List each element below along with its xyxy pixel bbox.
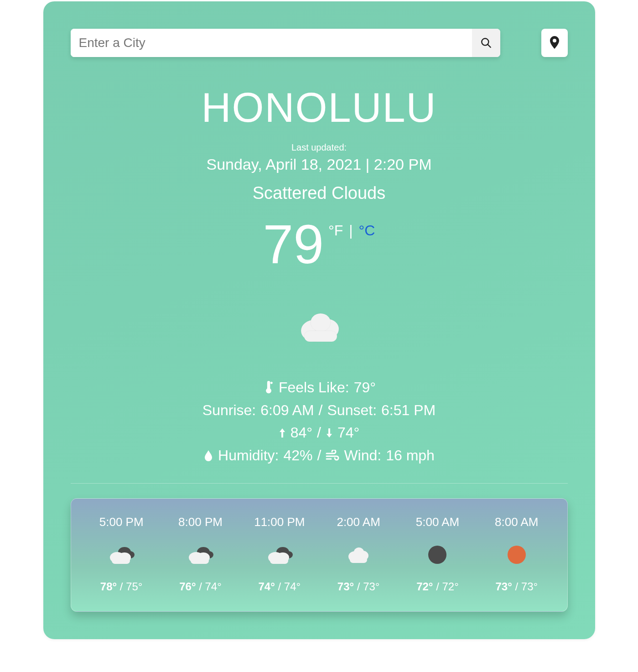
forecast-time: 5:00 PM xyxy=(82,515,161,529)
cloud-icon xyxy=(319,542,398,568)
svg-rect-21 xyxy=(270,557,288,564)
feels-like-value: 79° xyxy=(354,376,376,399)
forecast-hi: 78° xyxy=(100,580,117,593)
unit-celsius[interactable]: °C xyxy=(359,222,375,239)
forecast-hi: 73° xyxy=(496,580,512,593)
search-icon xyxy=(480,37,492,49)
temperature-value: 79 xyxy=(263,217,324,271)
feels-like-row: Feels Like: 79° xyxy=(71,376,568,399)
humidity-value: 42% xyxy=(283,444,312,467)
main-weather-icon-wrap xyxy=(71,308,568,344)
forecast-item: 5:00 PM78° / 75° xyxy=(82,515,161,593)
humidity-wind-row: Humidity: 42% / Wind: 16 mph xyxy=(71,444,568,467)
forecast-time: 2:00 AM xyxy=(319,515,398,529)
forecast-lo: 73° xyxy=(363,580,379,593)
forecast-hi: 76° xyxy=(179,580,196,593)
unit-separator: | xyxy=(345,222,357,239)
forecast-temps: 74° / 74° xyxy=(240,580,319,593)
svg-rect-16 xyxy=(191,557,209,564)
condition-text: Scattered Clouds xyxy=(71,183,568,203)
forecast-sep: / xyxy=(117,580,126,593)
forecast-lo: 72° xyxy=(442,580,458,593)
svg-point-26 xyxy=(428,546,446,564)
forecast-time: 5:00 AM xyxy=(398,515,477,529)
forecast-temps: 72° / 72° xyxy=(398,580,477,593)
forecast-hi: 72° xyxy=(416,580,433,593)
forecast-temps: 73° / 73° xyxy=(477,580,556,593)
forecast-sep: / xyxy=(275,580,284,593)
location-button[interactable] xyxy=(541,29,568,57)
hw-sep: / xyxy=(317,444,321,467)
sun-orange-icon xyxy=(477,542,556,568)
forecast-lo: 75° xyxy=(126,580,142,593)
forecast-hi: 73° xyxy=(337,580,354,593)
wind-icon xyxy=(326,450,339,462)
forecast-sep: / xyxy=(512,580,521,593)
weather-card: HONOLULU Last updated: Sunday, April 18,… xyxy=(43,1,595,639)
forecast-item: 5:00 AM72° / 72° xyxy=(398,515,477,593)
high-value: 84° xyxy=(290,422,312,444)
forecast-sep: / xyxy=(433,580,442,593)
droplet-icon xyxy=(203,449,213,462)
divider xyxy=(71,483,568,484)
forecast-lo: 74° xyxy=(284,580,301,593)
cloud-dark-icon xyxy=(240,542,319,568)
forecast-time: 11:00 PM xyxy=(240,515,319,529)
search-wrap xyxy=(71,29,500,57)
details: Feels Like: 79° Sunrise: 6:09 AM / Sunse… xyxy=(71,376,568,467)
svg-point-6 xyxy=(270,382,273,384)
svg-line-1 xyxy=(488,44,490,47)
forecast-item: 11:00 PM74° / 74° xyxy=(240,515,319,593)
forecast-time: 8:00 AM xyxy=(477,515,556,529)
sunrise-value: 6:09 AM xyxy=(260,399,314,422)
forecast-panel: 5:00 PM78° / 75°8:00 PM76° / 74°11:00 PM… xyxy=(71,498,568,612)
sunset-value: 6:51 PM xyxy=(381,399,436,422)
svg-point-24 xyxy=(354,547,364,557)
forecast-sep: / xyxy=(354,580,363,593)
forecast-item: 8:00 PM76° / 74° xyxy=(161,515,240,593)
thermometer-icon xyxy=(262,381,274,395)
svg-rect-11 xyxy=(112,557,130,564)
sunset-label: Sunset: xyxy=(327,399,377,422)
svg-point-4 xyxy=(311,313,331,332)
search-input[interactable] xyxy=(71,29,472,57)
sun-times-row: Sunrise: 6:09 AM / Sunset: 6:51 PM xyxy=(71,399,568,422)
hi-lo-row: 84° / 74° xyxy=(71,422,568,444)
wind-label: Wind: xyxy=(344,444,381,467)
forecast-temps: 76° / 74° xyxy=(161,580,240,593)
sun-dark-icon xyxy=(398,542,477,568)
sunrise-label: Sunrise: xyxy=(202,399,256,422)
forecast-temps: 73° / 73° xyxy=(319,580,398,593)
svg-rect-5 xyxy=(304,331,337,342)
forecast-hi: 74° xyxy=(259,580,275,593)
svg-point-27 xyxy=(508,546,526,564)
cloud-icon xyxy=(294,308,344,344)
forecast-lo: 73° xyxy=(521,580,538,593)
forecast-lo: 74° xyxy=(205,580,222,593)
forecast-sep: / xyxy=(196,580,205,593)
last-updated-time: Sunday, April 18, 2021 | 2:20 PM xyxy=(71,156,568,173)
search-button[interactable] xyxy=(472,29,500,57)
arrow-down-icon xyxy=(326,427,333,438)
unit-toggle: °F | °C xyxy=(328,217,375,239)
city-name: HONOLULU xyxy=(71,84,568,131)
forecast-item: 2:00 AM73° / 73° xyxy=(319,515,398,593)
low-value: 74° xyxy=(337,422,359,444)
temperature-row: 79 °F | °C xyxy=(71,217,568,271)
forecast-time: 8:00 PM xyxy=(161,515,240,529)
forecast-item: 8:00 AM73° / 73° xyxy=(477,515,556,593)
wind-value: 16 mph xyxy=(386,444,435,467)
cloud-dark-icon xyxy=(82,542,161,568)
unit-fahrenheit[interactable]: °F xyxy=(328,222,343,239)
forecast-temps: 78° / 75° xyxy=(82,580,161,593)
hl-sep: / xyxy=(317,422,321,444)
arrow-up-icon xyxy=(279,427,286,438)
cloud-dark-icon xyxy=(161,542,240,568)
location-pin-icon xyxy=(549,36,560,50)
last-updated-label: Last updated: xyxy=(71,142,568,153)
sun-sep: / xyxy=(319,399,323,422)
svg-rect-25 xyxy=(350,557,367,563)
feels-like-label: Feels Like: xyxy=(279,376,349,399)
top-bar xyxy=(71,29,568,57)
humidity-label: Humidity: xyxy=(218,444,279,467)
